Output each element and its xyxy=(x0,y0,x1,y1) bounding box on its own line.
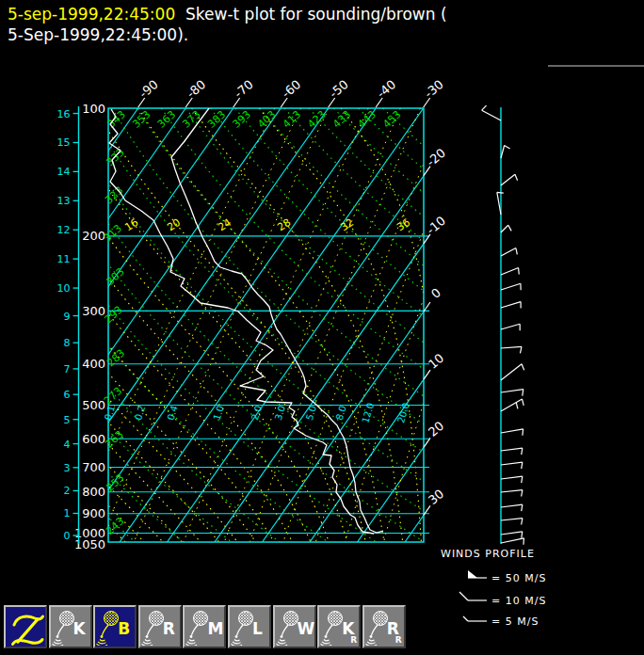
svg-text:-40: -40 xyxy=(374,77,398,101)
svg-text:5.0: 5.0 xyxy=(304,404,318,421)
toolbar-button-r[interactable]: R xyxy=(138,605,182,648)
svg-text:20: 20 xyxy=(165,216,183,234)
svg-text:400: 400 xyxy=(82,357,105,371)
svg-text:0: 0 xyxy=(64,530,71,542)
toolbar-button-label: R xyxy=(163,619,175,638)
skew-t-chart: 1002003004005006007008009001000105001234… xyxy=(0,0,644,655)
height-axis: 012345678910111213141516 xyxy=(57,106,79,544)
svg-text:443: 443 xyxy=(356,108,378,131)
svg-text:263: 263 xyxy=(103,428,125,451)
svg-text:-30: -30 xyxy=(422,77,446,101)
svg-text:12: 12 xyxy=(57,224,71,236)
svg-text:3: 3 xyxy=(64,462,71,474)
toolbar-button-w[interactable]: W xyxy=(273,605,316,648)
isotherm-right-labels: -20-100102030 xyxy=(424,146,448,516)
field-lines xyxy=(0,108,644,542)
toolbar-button-label: K xyxy=(73,619,86,638)
svg-text:303: 303 xyxy=(104,265,126,288)
svg-text:433: 433 xyxy=(330,108,353,131)
toolbar-button-rr[interactable]: RR xyxy=(362,605,406,648)
svg-text:2: 2 xyxy=(64,485,71,497)
svg-text:7: 7 xyxy=(64,363,71,375)
svg-text:500: 500 xyxy=(82,398,105,412)
svg-text:10: 10 xyxy=(426,351,446,372)
isotherms xyxy=(0,108,644,542)
svg-text:10: 10 xyxy=(57,282,71,295)
toolbar-button-m[interactable]: M xyxy=(183,605,226,648)
svg-text:24: 24 xyxy=(216,216,233,234)
svg-text:-20: -20 xyxy=(424,146,448,169)
toolbar-button-b[interactable]: B xyxy=(93,605,137,648)
svg-text:1: 1 xyxy=(64,507,71,519)
svg-text:30: 30 xyxy=(426,487,446,507)
svg-text:3.0: 3.0 xyxy=(273,404,287,421)
toolbar-button-sublabel: R xyxy=(350,635,357,645)
svg-text:8.0: 8.0 xyxy=(334,404,348,421)
winds-legend: WINDS PROFILE= 50 M/S= 10 M/S= 5 M/S xyxy=(441,548,546,628)
svg-text:9: 9 xyxy=(64,311,71,323)
dry-adiabats xyxy=(0,108,644,542)
svg-text:403: 403 xyxy=(255,108,278,131)
mixing-ratio-lines xyxy=(67,108,523,542)
svg-text:= 10 M/S: = 10 M/S xyxy=(491,595,546,607)
svg-text:4: 4 xyxy=(64,439,71,451)
svg-text:13: 13 xyxy=(57,195,71,207)
z-logo-icon xyxy=(7,610,50,649)
svg-text:14: 14 xyxy=(57,166,71,178)
toolbar-button-l[interactable]: L xyxy=(228,605,271,648)
svg-text:393: 393 xyxy=(231,108,253,131)
svg-text:-50: -50 xyxy=(327,77,351,101)
toolbar-button-label: M xyxy=(207,619,223,638)
svg-text:20: 20 xyxy=(426,419,446,439)
svg-text:423: 423 xyxy=(305,108,328,131)
svg-text:293: 293 xyxy=(103,304,125,327)
svg-text:333: 333 xyxy=(104,146,126,168)
toolbar-button-label: B xyxy=(118,619,130,638)
svg-text:253: 253 xyxy=(104,471,126,494)
toolbar-button-z[interactable] xyxy=(4,605,47,648)
svg-text:243: 243 xyxy=(104,515,126,537)
toolbar-button-sublabel: R xyxy=(395,635,402,645)
toolbar: K B R M xyxy=(4,605,411,649)
svg-text:15: 15 xyxy=(57,136,71,149)
isotherm-top-labels: -90-80-70-60-50-40-30 xyxy=(137,77,446,107)
dewpoint-trace xyxy=(109,109,374,534)
svg-text:-10: -10 xyxy=(424,214,448,237)
plot-border xyxy=(108,108,424,542)
toolbar-button-label: L xyxy=(252,619,263,638)
svg-text:16: 16 xyxy=(57,108,71,120)
toolbar-button-k[interactable]: K xyxy=(49,605,92,648)
svg-text:36: 36 xyxy=(394,216,412,234)
svg-text:2.0: 2.0 xyxy=(250,404,264,421)
toolbar-button-label: W xyxy=(298,619,315,638)
svg-text:-60: -60 xyxy=(279,77,303,101)
svg-text:= 50 M/S: = 50 M/S xyxy=(491,572,546,584)
winds-legend-title: WINDS PROFILE xyxy=(441,548,535,560)
svg-text:600: 600 xyxy=(82,432,105,446)
svg-text:383: 383 xyxy=(205,108,228,131)
svg-text:700: 700 xyxy=(82,460,105,474)
svg-text:413: 413 xyxy=(281,108,303,131)
moist-adiabat-labels: 162024283236 xyxy=(122,216,412,234)
toolbar-button-kr[interactable]: KR xyxy=(317,605,361,648)
svg-text:0.2: 0.2 xyxy=(133,404,147,421)
svg-text:0: 0 xyxy=(428,285,443,301)
wind-profile xyxy=(482,105,524,545)
svg-text:-70: -70 xyxy=(232,77,256,101)
svg-text:6: 6 xyxy=(64,389,71,401)
svg-text:= 5 M/S: = 5 M/S xyxy=(491,615,539,628)
svg-text:-90: -90 xyxy=(137,77,161,101)
svg-text:900: 900 xyxy=(82,506,105,520)
svg-text:5: 5 xyxy=(64,414,71,426)
svg-text:453: 453 xyxy=(380,108,403,131)
svg-text:16: 16 xyxy=(122,216,140,234)
svg-text:8: 8 xyxy=(64,337,71,349)
svg-text:32: 32 xyxy=(338,216,356,234)
svg-text:100: 100 xyxy=(82,102,105,116)
svg-text:11: 11 xyxy=(57,253,71,265)
svg-text:-80: -80 xyxy=(184,77,208,101)
svg-text:800: 800 xyxy=(82,485,105,499)
